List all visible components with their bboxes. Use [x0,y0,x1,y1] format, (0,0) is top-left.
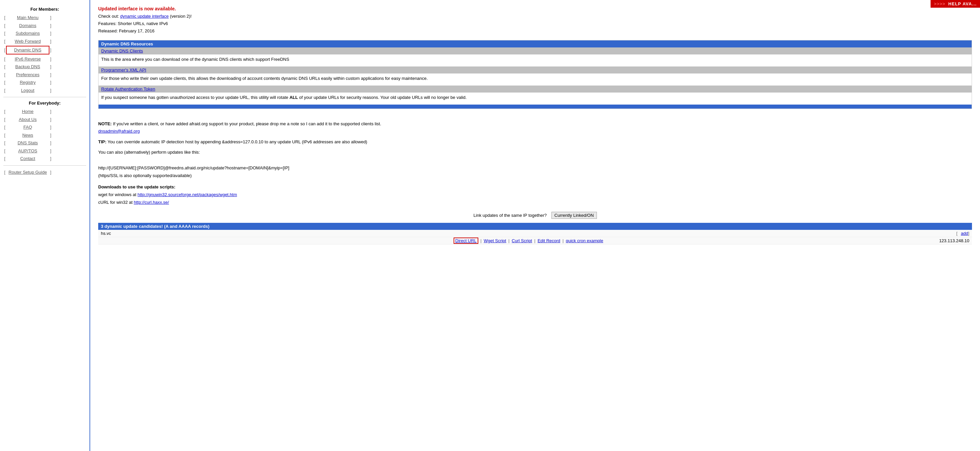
sidebar-item-aup-tos[interactable]: [ AUP/TOS ] [0,147,89,155]
sidebar-item-logout[interactable]: [ Logout ] [0,86,89,94]
rotate-token-subheader: Rotate Authentication Token [99,86,972,92]
candidates-domain-row: hs.vc [ add ] [98,230,972,237]
bracket-left: [ [0,56,5,62]
curl-script-link[interactable]: Curl Script [512,238,532,243]
bracket-right: ] [50,155,56,162]
sidebar-link-dynamic-dns[interactable]: Dynamic DNS [6,46,49,54]
sidebar-link-news[interactable]: News [6,132,49,139]
sidebar-item-home[interactable]: [ Home ] [0,108,89,116]
sidebar-item-web-forward[interactable]: [ Web Forward ] [0,37,89,45]
sidebar-link-aup-tos[interactable]: AUP/TOS [6,148,49,155]
note-email-link[interactable]: dnsadmin@afraid.org [98,129,140,134]
bracket-right: ] [50,72,56,78]
rotate-token-link[interactable]: Rotate Authentication Token [101,86,155,92]
bracket-left: [ [0,148,5,155]
clients-link[interactable]: Dynamic DNS Clients [101,48,143,53]
sidebar-link-faq[interactable]: FAQ [6,124,49,131]
sidebar-link-registry[interactable]: Registry [6,79,49,86]
edit-record-link[interactable]: Edit Record [538,238,560,243]
pipe-2: | [508,238,511,243]
alt-update-note: (https/SSL is also optionally supported/… [98,173,192,178]
sidebar-members-title: For Members: [0,7,89,12]
sidebar-link-router-setup[interactable]: Router Setup Guide [6,169,49,176]
sidebar-item-registry[interactable]: [ Registry ] [0,78,89,86]
bracket-left: [ [0,132,5,139]
sidebar-item-subdomains[interactable]: [ Subdomains ] [0,29,89,37]
sidebar-item-faq[interactable]: [ FAQ ] [0,123,89,131]
direct-url-link[interactable]: Direct URL [453,237,478,244]
rotate-token-bold: ALL [290,95,298,100]
help-banner[interactable]: >>>> HELP AVA... [931,0,980,8]
pipe-3: | [534,238,536,243]
downloads-header: Downloads to use the update scripts: [98,185,175,190]
sidebar-link-ipv6-reverse[interactable]: IPv6 Reverse [6,56,49,62]
wget-script-link[interactable]: Wget Script [484,238,506,243]
sidebar-item-dynamic-dns[interactable]: [ Dynamic DNS ] [0,45,89,55]
link-updates-row: Link updates of the same IP together? Cu… [98,212,972,219]
bracket-left: [ [0,124,5,131]
sidebar-link-about[interactable]: About Us [6,116,49,123]
tip-label: TIP: [98,139,107,144]
bracket-right: ] [50,124,56,131]
sidebar-link-dns-stats[interactable]: DNS Stats [6,140,49,146]
sidebar-link-contact[interactable]: Contact [6,155,49,162]
candidates-actions-row: Direct URL | Wget Script | Curl Script |… [98,237,972,245]
sidebar-item-backup-dns[interactable]: [ Backup DNS ] [0,63,89,71]
note-label: NOTE: [98,121,111,126]
sidebar-link-backup-dns[interactable]: Backup DNS [6,64,49,70]
curl-link[interactable]: http://curl.haxx.se/ [134,200,169,205]
sidebar-link-subdomains[interactable]: Subdomains [6,30,49,37]
sidebar-link-home[interactable]: Home [6,108,49,115]
candidate-domain: hs.vc [101,231,127,236]
bracket-right: ] [50,64,56,70]
sidebar-item-preferences[interactable]: [ Preferences ] [0,71,89,79]
cron-example-link[interactable]: quick cron example [566,238,603,243]
bracket-right: ] [50,87,56,94]
spacer [98,112,972,117]
note-text: If you've written a client, or have adde… [113,121,381,126]
bracket-left: [ [0,140,5,146]
add-bracket-right: ] [968,231,969,236]
main-content: Updated interface is now available. Chec… [90,0,980,451]
bracket-left: [ [0,47,5,53]
sidebar-link-main-menu[interactable]: Main Menu [6,14,49,21]
sidebar-item-dns-stats[interactable]: [ DNS Stats ] [0,139,89,147]
bracket-right: ] [50,47,56,53]
sidebar-item-main-menu[interactable]: [ Main Menu ] [0,14,89,22]
clients-subheader: Dynamic DNS Clients [99,48,972,54]
sidebar-item-ipv6-reverse[interactable]: [ IPv6 Reverse ] [0,55,89,63]
link-updates-text: Link updates of the same IP together? [473,213,546,218]
bracket-right: ] [50,132,56,139]
dynamic-update-interface-link[interactable]: dynamic update interface [120,14,169,19]
sidebar-link-web-forward[interactable]: Web Forward [6,38,49,45]
candidate-add-link[interactable]: add [961,231,968,236]
sidebar-item-domains[interactable]: [ Domains ] [0,22,89,30]
bracket-right: ] [50,116,56,123]
sidebar-link-logout[interactable]: Logout [6,87,49,94]
xml-api-link[interactable]: Programmer's XML API [101,67,146,72]
notice-updated: Updated interface is now available. [98,6,972,11]
pipe-1: | [480,238,483,243]
bracket-left: [ [0,116,5,123]
candidates-header: 3 dynamic update candidates! (A and AAAA… [98,223,972,230]
wget-link[interactable]: http://gnuwin32.sourceforge.net/packages… [138,192,237,197]
sidebar-link-preferences[interactable]: Preferences [6,72,49,78]
alt-update-block: You can also (alternatively) perform upd… [98,148,972,180]
sidebar-item-about[interactable]: [ About Us ] [0,116,89,124]
sidebar-link-domains[interactable]: Domains [6,22,49,29]
tip-block: TIP: You can override automatic IP detec… [98,138,972,146]
sidebar-item-contact[interactable]: [ Contact ] [0,155,89,163]
sidebar-item-news[interactable]: [ News ] [0,131,89,139]
rotate-token-pre: If you suspect someone has gotten unauth… [101,95,290,100]
bracket-right: ] [50,140,56,146]
bracket-left: [ [0,14,5,21]
curl-line-pre: cURL for win32 at [98,200,134,205]
blue-footer-bar [99,105,972,108]
bracket-left: [ [0,38,5,45]
bracket-right: ] [50,148,56,155]
bracket-left: [ [0,155,5,162]
bracket-right: ] [50,108,56,115]
sidebar-item-router-setup[interactable]: [ Router Setup Guide ] [0,168,89,176]
notice-line1: Check out: [98,14,119,19]
link-updates-button[interactable]: Currently Linked/ON [552,212,597,219]
